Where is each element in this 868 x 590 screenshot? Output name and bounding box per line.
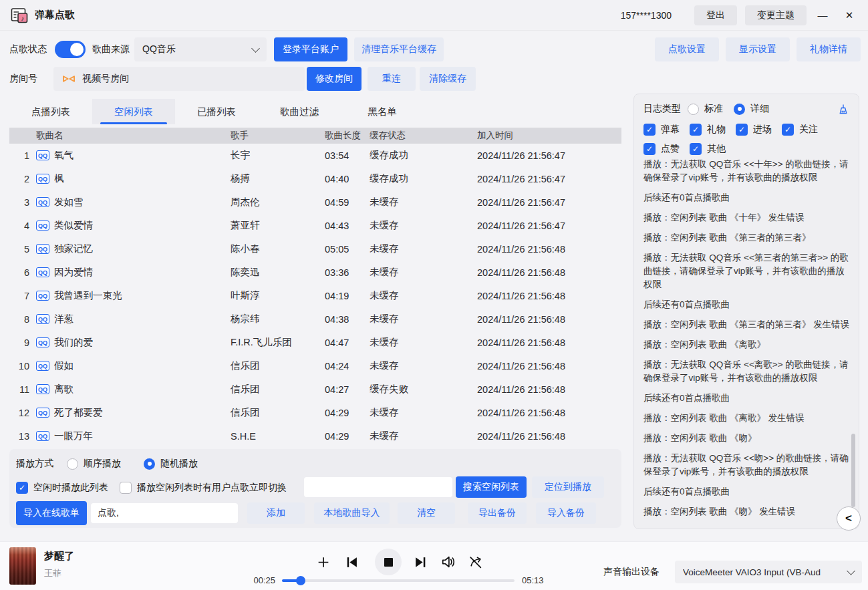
log-entry: 后续还有0首点播歌曲: [643, 191, 853, 204]
current-time: 00:25: [246, 575, 275, 585]
play-checkbox-label: 播放空闲列表时有用户点歌立即切换: [137, 482, 287, 494]
table-row[interactable]: 6QQ因为爱情陈奕迅03:36未缓存2024/11/26 21:56:48: [9, 261, 621, 284]
search-idle-list-button[interactable]: 搜索空闲列表: [456, 476, 527, 498]
song-name: 类似爱情: [54, 219, 93, 232]
close-icon[interactable]: ✕: [839, 5, 860, 26]
playlist-input[interactable]: [91, 503, 238, 523]
tab-idle-list[interactable]: 空闲列表: [92, 99, 175, 124]
log-filter-4[interactable]: 点赞: [643, 143, 680, 155]
progress-thumb[interactable]: [296, 576, 305, 585]
row-index: 3: [9, 197, 36, 208]
stop-button[interactable]: [375, 549, 402, 575]
table-row[interactable]: 10QQ假如信乐团04:24未缓存2024/11/26 21:56:48: [9, 354, 621, 378]
app-title: 弹幕点歌: [35, 9, 75, 21]
add-time-cell: 2024/11/26 21:56:47: [468, 174, 621, 184]
tab-played-list[interactable]: 已播列表: [175, 99, 258, 124]
table-row[interactable]: 9QQ我们的爱F.I.R.飞儿乐团04:47未缓存2024/11/26 21:5…: [9, 331, 621, 354]
row-index: 2: [9, 174, 36, 184]
row-index: 10: [9, 361, 36, 372]
table-row[interactable]: 8QQ洋葱杨宗纬04:38未缓存2024/11/26 21:56:48: [9, 307, 621, 331]
display-settings-button[interactable]: 显示设置: [726, 37, 790, 61]
login-platform-button[interactable]: 登录平台账户: [274, 37, 347, 61]
log-type-option-0[interactable]: 标准: [688, 103, 723, 115]
logout-button[interactable]: 登出: [694, 5, 737, 25]
checkbox-icon: [782, 124, 794, 136]
play-checkbox-0[interactable]: 空闲时播放此列表: [16, 482, 108, 494]
duration-cell: 04:59: [319, 197, 370, 208]
total-time: 05:13: [522, 575, 544, 585]
gift-details-button[interactable]: 礼物详情: [797, 37, 861, 61]
progress-track[interactable]: [282, 579, 515, 582]
qq-music-icon: QQ: [36, 314, 49, 324]
radio-icon: [688, 104, 699, 115]
chevron-down-icon: [251, 44, 260, 53]
col-add-time: 加入时间: [468, 130, 621, 142]
log-entry: 播放：空闲列表 歌曲 《吻》 发生错误: [643, 505, 853, 519]
log-type-option-1[interactable]: 详细: [734, 103, 769, 115]
collapse-log-button[interactable]: <: [837, 506, 861, 531]
next-track-icon[interactable]: [413, 555, 428, 569]
add-button[interactable]: 添加: [247, 502, 305, 524]
clear-log-broom-icon[interactable]: [837, 104, 849, 116]
export-backup-button[interactable]: 导出备份: [468, 502, 527, 524]
log-filter-2[interactable]: 进场: [736, 124, 772, 136]
table-row[interactable]: 12QQ死了都要爱信乐团04:29未缓存2024/11/26 21:56:48: [9, 401, 621, 424]
idle-search-input[interactable]: [304, 477, 452, 497]
checkbox-icon: [16, 482, 28, 494]
minimize-icon[interactable]: —: [812, 5, 833, 26]
locate-playing-button[interactable]: 定位到播放: [532, 476, 604, 498]
table-row[interactable]: 7QQ我曾遇到一束光叶斯淳04:19未缓存2024/11/26 21:56:48: [9, 284, 621, 307]
qq-music-icon: QQ: [36, 384, 49, 394]
reconnect-button[interactable]: 重连: [368, 67, 416, 91]
song-settings-button[interactable]: 点歌设置: [655, 37, 719, 61]
play-checkbox-label: 空闲时播放此列表: [33, 482, 108, 494]
clear-cache-button[interactable]: 清除缓存: [420, 67, 476, 91]
source-select-value: QQ音乐: [142, 43, 176, 55]
log-scrollbar-thumb[interactable]: [851, 434, 855, 507]
log-entry: 播放：空闲列表 歌曲 《第三者的第三者》 发生错误: [643, 318, 853, 331]
room-input[interactable]: 视频号房间: [53, 67, 305, 91]
table-row[interactable]: 11QQ离歌信乐团04:27缓存失败2024/11/26 21:56:48: [9, 378, 621, 401]
table-row[interactable]: 3QQ发如雪周杰伦04:59未缓存2024/11/26 21:56:47: [9, 190, 621, 214]
clean-platform-cache-button[interactable]: 清理音乐平台缓存: [354, 37, 444, 61]
float-lyric-toggle-icon[interactable]: [468, 555, 482, 569]
tab-blacklist[interactable]: 黑名单: [341, 99, 424, 124]
duration-cell: 04:38: [319, 314, 370, 325]
local-import-button[interactable]: 本地歌曲导入: [314, 502, 390, 524]
radio-icon: [67, 458, 78, 470]
log-filter-5[interactable]: 其他: [690, 143, 726, 155]
cache-status-cell: 未缓存: [370, 289, 468, 302]
modify-room-button[interactable]: 修改房间: [307, 67, 361, 91]
cache-status-cell: 缓存成功: [370, 172, 468, 185]
audio-output-select[interactable]: VoiceMeeter VAIO3 Input (VB-Aud: [675, 561, 862, 583]
tab-request-list[interactable]: 点播列表: [9, 99, 92, 124]
volume-icon[interactable]: [441, 555, 456, 569]
checkbox-icon: [643, 124, 656, 136]
room-input-value: 视频号房间: [82, 73, 129, 85]
radio-icon: [144, 458, 155, 470]
tab-song-filter[interactable]: 歌曲过滤: [258, 99, 341, 124]
log-filter-1[interactable]: 礼物: [690, 124, 726, 136]
import-backup-button[interactable]: 导入备份: [536, 502, 596, 524]
source-select[interactable]: QQ音乐: [134, 37, 267, 61]
clear-list-button[interactable]: 清空: [398, 502, 455, 524]
table-row[interactable]: 5QQ独家记忆陈小春05:05未缓存2024/11/26 21:56:48: [9, 237, 621, 261]
log-filter-0[interactable]: 弹幕: [643, 124, 680, 136]
change-theme-button[interactable]: 变更主题: [745, 5, 807, 25]
play-checkbox-1[interactable]: 播放空闲列表时有用户点歌立即切换: [120, 482, 287, 494]
add-song-icon[interactable]: [316, 555, 331, 569]
table-row[interactable]: 13QQ一眼万年S.H.E04:29未缓存2024/11/26 21:56:48: [9, 424, 621, 448]
table-row[interactable]: 2QQ枫杨搏04:40缓存成功2024/11/26 21:56:47: [9, 167, 621, 190]
import-online-playlist-button[interactable]: 导入在线歌单: [16, 501, 87, 525]
play-mode-option-0[interactable]: 顺序播放: [67, 458, 121, 470]
log-filter-label: 进场: [753, 124, 772, 136]
table-row[interactable]: 1QQ氧气长宇03:54缓存成功2024/11/26 21:56:47: [9, 144, 621, 167]
row-index: 6: [9, 267, 36, 278]
cache-status-cell: 未缓存: [370, 196, 468, 208]
song-status-toggle[interactable]: [55, 41, 86, 58]
previous-track-icon[interactable]: [344, 555, 359, 569]
table-row[interactable]: 4QQ类似爱情萧亚轩04:43未缓存2024/11/26 21:56:47: [9, 214, 621, 237]
play-mode-option-1[interactable]: 随机播放: [144, 458, 198, 470]
log-filter-3[interactable]: 关注: [782, 124, 818, 136]
artist-cell: 信乐团: [231, 406, 319, 419]
